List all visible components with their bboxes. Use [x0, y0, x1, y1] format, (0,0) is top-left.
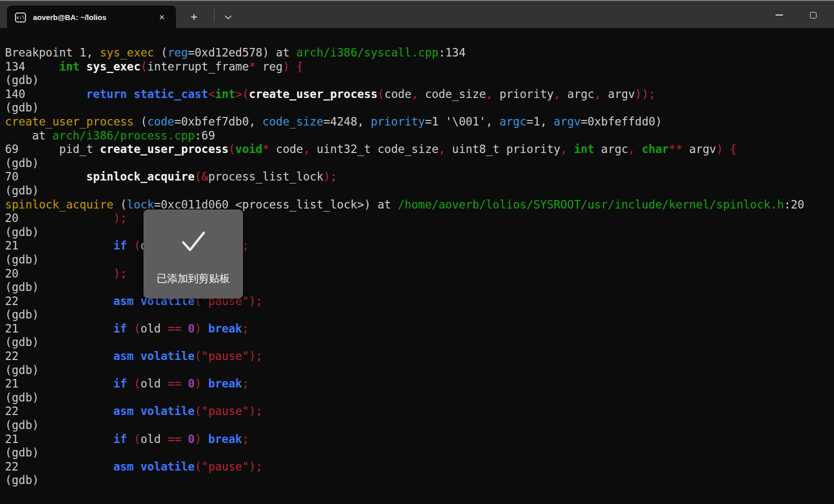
terminal-line: (gdb): [5, 446, 834, 460]
terminal-line: (gdb): [5, 308, 834, 322]
tab-close-icon[interactable]: ✕: [156, 12, 168, 23]
toast-message: 已添加到剪贴板: [156, 272, 230, 284]
terminal-line: 20 );: [5, 267, 834, 281]
terminal-line: (gdb): [5, 226, 834, 240]
cmd-prompt-icon: c:\: [15, 12, 26, 22]
terminal-line: (gdb): [5, 336, 834, 350]
terminal-line: 134 int sys_exec(interrupt_frame* reg) {: [5, 60, 834, 74]
terminal-line: Breakpoint 1, sys_exec (reg=0xd12ed578) …: [5, 46, 834, 60]
terminal-line: 22 asm volatile("pause");: [5, 350, 834, 364]
terminal-line: 21 if (old == 0) break;: [5, 377, 834, 391]
terminal-line: (gdb): [5, 101, 834, 115]
terminal-line: 69 pid_t create_user_process(void* code,…: [5, 142, 834, 156]
terminal-line: (gdb): [5, 74, 834, 88]
clipboard-toast: 已添加到剪贴板: [144, 210, 243, 298]
terminal-line: 20 );: [5, 212, 834, 226]
terminal-line: 21 if (old == 0) break;: [5, 239, 834, 253]
minimize-icon: [776, 14, 783, 16]
terminal-line: (gdb): [5, 418, 834, 432]
terminal-line: (gdb): [5, 364, 834, 378]
terminal-line: 140 return static_cast<int>(create_user_…: [5, 88, 834, 102]
chevron-down-icon: [224, 12, 233, 22]
tab-bar-divider: [214, 9, 214, 22]
new-tab-button[interactable]: +: [183, 6, 205, 28]
title-bar-drag-area[interactable]: c:\ aoverb@BA: ~/lolios ✕ +: [0, 0, 834, 28]
terminal-line: create_user_process (code=0xbfef7db0, co…: [5, 115, 834, 129]
terminal-line: (gdb): [5, 280, 834, 294]
terminal-line: 21 if (old == 0) break;: [5, 432, 834, 446]
terminal-line: 22 asm volatile("pause");: [5, 460, 834, 474]
maximize-button[interactable]: [802, 2, 825, 28]
terminal-line: (gdb): [5, 184, 834, 198]
terminal-line: 21 if (old == 0) break;: [5, 322, 834, 336]
terminal-output[interactable]: Breakpoint 1, sys_exec (reg=0xd12ed578) …: [0, 28, 834, 504]
maximize-icon: [810, 12, 816, 18]
terminal-line: 70 spinlock_acquire(&process_list_lock);: [5, 170, 834, 184]
terminal-line: (gdb): [5, 474, 834, 488]
terminal-line: 22 asm volatile("pause");: [5, 404, 834, 418]
terminal-line: 22 asm volatile("pause");: [5, 294, 834, 308]
tab-dropdown-button[interactable]: [218, 6, 238, 28]
tab-aoverb-lolios[interactable]: c:\ aoverb@BA: ~/lolios ✕: [7, 6, 176, 29]
terminal-line: spinlock_acquire (lock=0xc011d060 <proce…: [5, 198, 834, 212]
terminal-window: c:\ aoverb@BA: ~/lolios ✕ + Breakpoint 1…: [0, 0, 834, 504]
tab-title: aoverb@BA: ~/lolios: [33, 13, 156, 22]
checkmark-icon: [177, 224, 210, 258]
terminal-line: at arch/i386/process.cpp:69: [5, 129, 834, 143]
terminal-line: (gdb): [5, 391, 834, 405]
terminal-line: (gdb): [5, 253, 834, 267]
terminal-line: (gdb): [5, 156, 834, 170]
minimize-button[interactable]: [768, 2, 791, 28]
